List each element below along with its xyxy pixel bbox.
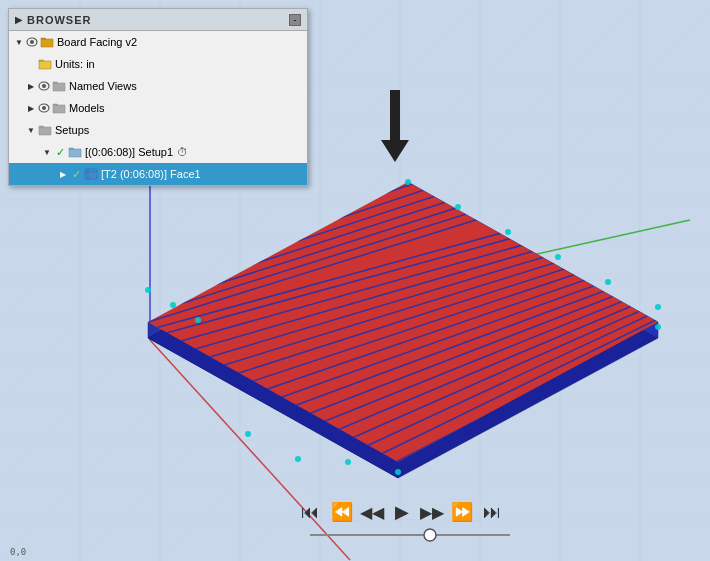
svg-point-87 <box>424 529 436 541</box>
svg-text:⏩: ⏩ <box>451 501 474 523</box>
svg-point-63 <box>405 179 411 185</box>
arrow-models <box>25 102 37 114</box>
svg-text:⏪: ⏪ <box>331 501 354 523</box>
browser-panel: ▶ BROWSER - Board Facing v2 Uni <box>8 8 308 186</box>
label-units: Units: in <box>55 58 95 70</box>
svg-point-76 <box>655 324 661 330</box>
arrow-setups <box>25 124 37 136</box>
svg-rect-77 <box>390 90 400 145</box>
label-named-views: Named Views <box>69 80 137 92</box>
label-setup1: [(0:06:08)] Setup1 <box>85 146 173 158</box>
svg-point-65 <box>505 229 511 235</box>
visibility-models[interactable] <box>37 101 51 115</box>
svg-text:▶: ▶ <box>395 502 409 522</box>
svg-point-74 <box>345 459 351 465</box>
folder-setups <box>37 123 53 137</box>
folder-units <box>37 57 53 71</box>
browser-title: BROWSER <box>27 14 91 26</box>
folder-board-facing <box>39 35 55 49</box>
tree-item-named-views[interactable]: Named Views <box>9 75 307 97</box>
icon-face1 <box>83 167 99 181</box>
visibility-named-views[interactable] <box>37 79 51 93</box>
collapse-arrow[interactable]: ▶ <box>15 14 23 25</box>
visibility-board-facing[interactable] <box>25 35 39 49</box>
svg-text:⏭: ⏭ <box>483 502 501 522</box>
svg-point-91 <box>42 84 46 88</box>
arrow-board-facing <box>13 36 25 48</box>
svg-point-67 <box>605 279 611 285</box>
svg-point-72 <box>245 431 251 437</box>
svg-rect-94 <box>85 169 97 179</box>
svg-point-68 <box>655 304 661 310</box>
svg-point-73 <box>295 456 301 462</box>
viewport: ⏮ ⏪ ◀◀ ▶ ▶▶ ⏩ ⏭ 0,0 ▶ BROWSER <box>0 0 710 561</box>
arrow-units <box>25 58 37 70</box>
browser-minimize-button[interactable]: - <box>289 14 301 26</box>
folder-models <box>51 101 67 115</box>
clock-setup1: ⏱ <box>177 146 188 158</box>
svg-point-93 <box>42 106 46 110</box>
coord-label: 0,0 <box>10 547 26 557</box>
svg-point-66 <box>555 254 561 260</box>
playback-controls[interactable]: ⏮ ⏪ ◀◀ ▶ ▶▶ ⏩ ⏭ <box>301 501 501 523</box>
folder-named-views <box>51 79 67 93</box>
browser-header: ▶ BROWSER - <box>9 9 307 31</box>
tree-item-board-facing[interactable]: Board Facing v2 <box>9 31 307 53</box>
label-board-facing: Board Facing v2 <box>57 36 137 48</box>
label-setups: Setups <box>55 124 89 136</box>
arrow-face1 <box>57 168 69 180</box>
svg-point-71 <box>195 317 201 323</box>
label-models: Models <box>69 102 104 114</box>
svg-point-75 <box>395 469 401 475</box>
tree-item-setup1[interactable]: ✓ [(0:06:08)] Setup1 ⏱ <box>9 141 307 163</box>
label-face1: [T2 (0:06:08)] Face1 <box>101 168 201 180</box>
tree-item-setups[interactable]: Setups <box>9 119 307 141</box>
arrow-setup1 <box>41 146 53 158</box>
check-face1: ✓ <box>69 168 83 181</box>
tree-item-face1[interactable]: ✓ [T2 (0:06:08)] Face1 <box>9 163 307 185</box>
tree-item-units[interactable]: Units: in <box>9 53 307 75</box>
tree-item-models[interactable]: Models <box>9 97 307 119</box>
folder-setup1 <box>67 145 83 159</box>
svg-text:⏮: ⏮ <box>301 502 319 522</box>
svg-point-89 <box>30 40 34 44</box>
svg-point-69 <box>145 287 151 293</box>
svg-point-64 <box>455 204 461 210</box>
svg-text:◀◀: ◀◀ <box>360 504 385 521</box>
arrow-named-views <box>25 80 37 92</box>
svg-text:▶▶: ▶▶ <box>420 504 445 521</box>
svg-point-70 <box>170 302 176 308</box>
check-setup1: ✓ <box>53 146 67 159</box>
